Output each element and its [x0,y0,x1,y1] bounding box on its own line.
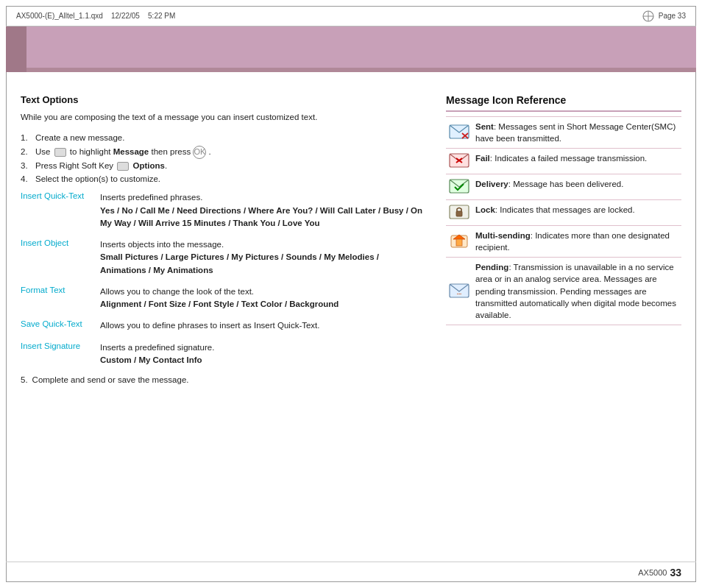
step-3-text: Press Right Soft Key Options. [35,159,167,172]
step-2-num: 2. [21,145,31,159]
pending-name: Pending [475,263,508,272]
icon-row-sent: Sent: Messages sent in Short Message Cen… [446,117,681,149]
option-insert-object: Insert Object Inserts objects into the m… [21,238,424,277]
lock-icon [449,204,469,220]
delivery-text-cell: Delivery: Message has been delivered. [472,174,681,200]
option-content-format-text: Allows you to change the look of the tex… [100,286,424,311]
multi-sending-text-cell: Multi-sending: Indicates more than one d… [472,226,681,258]
step-3-num: 3. [21,159,31,172]
nav-icon [54,148,66,157]
opt-desc-4: Inserts a predefined signature. [100,343,214,352]
center-crosshair [638,6,659,26]
left-tab-accent [6,26,26,72]
multi-sending-icon-cell [446,226,472,258]
footer-brand: AX5000 [638,568,667,577]
soft-key-icon [117,162,129,171]
lock-name: Lock [475,205,495,214]
sent-icon-cell [446,117,472,149]
icon-row-pending: ... Pending: Transmission is unavailable… [446,258,681,325]
step-2: 2. Use to highlight Message then press O… [21,145,424,159]
step-2-text: Use to highlight Message then press OK . [35,145,211,159]
step-4-text: Select the option(s) to customize. [35,172,160,185]
intro-text: While you are composing the text of a me… [21,111,424,124]
opt-bold-4: Custom / My Contact Info [100,355,202,364]
svg-rect-7 [456,211,462,216]
icon-row-fail: Fail: Indicates a failed message transmi… [446,149,681,174]
left-column: Text Options While you are composing the… [21,94,424,554]
left-section-title: Text Options [21,94,424,105]
header-bar: AX5000-(E)_Alltel_1.1.qxd 12/22/05 5:22 … [6,6,696,26]
fail-text-cell: Fail: Indicates a failed message transmi… [472,149,681,174]
svg-text:...: ... [457,289,462,296]
option-insert-signature: Insert Signature Inserts a predefined si… [21,341,424,367]
option-content-insert-quicktext: Inserts predefined phrases. Yes / No / C… [100,191,424,230]
ok-key-icon: OK [193,146,206,159]
pending-icon-cell: ... [446,258,472,325]
footer: AX5000 33 [6,562,696,582]
icon-row-delivery: Delivery: Message has been delivered. [446,174,681,200]
option-content-insert-object: Inserts objects into the message. Small … [100,238,424,277]
option-save-quicktext: Save Quick-Text Allows you to define phr… [21,319,424,332]
option-label-insert-signature: Insert Signature [21,341,94,350]
sent-text-cell: Sent: Messages sent in Short Message Cen… [472,117,681,149]
option-content-insert-signature: Inserts a predefined signature. Custom /… [100,341,424,367]
multi-sending-icon [449,233,469,249]
option-label-insert-quicktext: Insert Quick-Text [21,191,94,200]
option-label-insert-object: Insert Object [21,238,94,247]
sent-icon [449,124,469,140]
opt-desc-2: Allows you to change the look of the tex… [100,287,254,296]
opt-bold-0: Yes / No / Call Me / Need Directions / W… [100,206,422,227]
sent-desc: : Messages sent in Short Message Center(… [475,122,676,143]
step-1-num: 1. [21,131,31,144]
fail-icon-cell [446,149,472,174]
option-label-save-quicktext: Save Quick-Text [21,319,94,328]
opt-desc-0: Inserts predefined phrases. [100,193,202,202]
step-1: 1. Create a new message. [21,131,424,144]
right-section-title: Message Icon Reference [446,94,681,112]
opt-desc-3: Allows you to define phrases to insert a… [100,321,320,330]
step-5: 5. Complete and send or save the message… [21,375,424,384]
header-page: Page 33 [659,12,696,20]
lock-text-cell: Lock: Indicates that messages are locked… [472,200,681,226]
multi-sending-name: Multi-sending [475,231,531,240]
icon-reference-table: Sent: Messages sent in Short Message Cen… [446,116,681,325]
time-text: 5:22 PM [148,12,175,20]
step-1-text: Create a new message. [35,131,124,144]
footer-page-number: 33 [670,567,681,578]
step-3: 3. Press Right Soft Key Options. [21,159,424,172]
pending-text-cell: Pending: Transmission is unavailable in … [472,258,681,325]
delivery-icon [449,178,469,194]
fail-name: Fail [475,154,490,163]
icon-row-multi-sending: Multi-sending: Indicates more than one d… [446,226,681,258]
opt-desc-1: Inserts objects into the message. [100,240,224,249]
banner-bottom-strip [6,68,696,72]
option-label-format-text: Format Text [21,286,94,294]
step-5-text: Complete and send or save the message. [32,375,189,384]
fail-desc: : Indicates a failed message transmissio… [490,154,648,163]
pending-icon: ... [449,283,469,299]
delivery-icon-cell [446,174,472,200]
delivery-desc: : Message has been delivered. [508,180,624,188]
lock-icon-cell [446,200,472,226]
numbered-steps: 1. Create a new message. 2. Use to highl… [21,131,424,185]
option-content-save-quicktext: Allows you to define phrases to insert a… [100,319,424,332]
filename-text: AX5000-(E)_Alltel_1.1.qxd [16,12,103,20]
step-4-num: 4. [21,172,31,185]
option-format-text: Format Text Allows you to change the loo… [21,286,424,311]
opt-bold-2: Alignment / Font Size / Font Style / Tex… [100,300,338,308]
sent-name: Sent [475,122,494,131]
step-5-num: 5. [21,375,28,384]
content-area: Text Options While you are composing the… [6,82,696,562]
pink-banner [6,26,696,72]
header-filename: AX5000-(E)_Alltel_1.1.qxd 12/22/05 5:22 … [6,12,638,20]
opt-bold-1: Small Pictures / Large Pictures / My Pic… [100,252,379,274]
icon-row-lock: Lock: Indicates that messages are locked… [446,200,681,226]
fail-icon [449,152,469,169]
options-table: Insert Quick-Text Inserts predefined phr… [21,191,424,366]
step-4: 4. Select the option(s) to customize. [21,172,424,185]
date-text: 12/22/05 [111,12,140,20]
delivery-name: Delivery [475,180,508,188]
right-column: Message Icon Reference [446,94,681,554]
option-insert-quicktext: Insert Quick-Text Inserts predefined phr… [21,191,424,230]
svg-rect-10 [456,239,462,246]
